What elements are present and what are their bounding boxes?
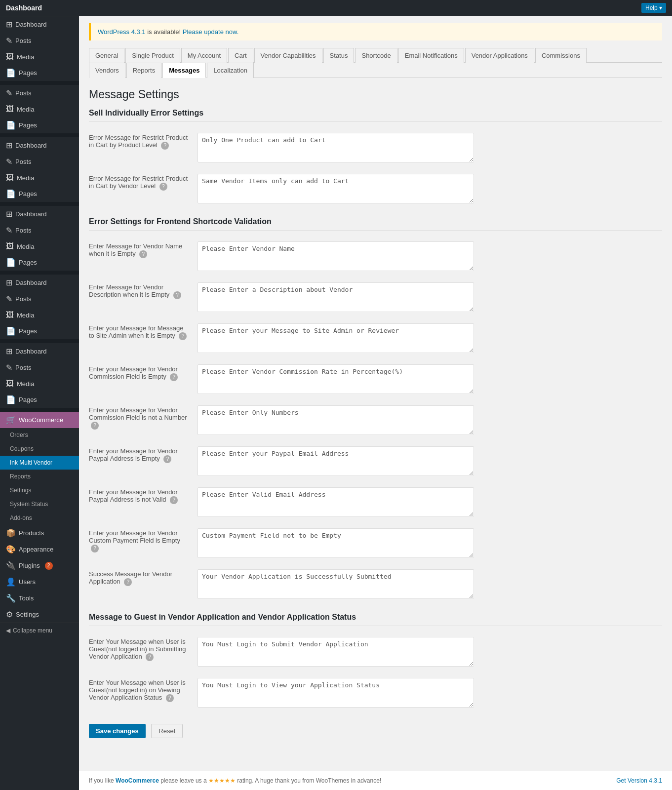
custom-payment-empty-input[interactable]: Custom Payment Field not to be Empty bbox=[198, 528, 474, 558]
tab-single-product[interactable]: Single Product bbox=[125, 48, 180, 63]
users-icon: 👤 bbox=[6, 577, 16, 587]
sidebar-item-system-status[interactable]: System Status bbox=[0, 497, 79, 511]
hint-icon-8[interactable]: ? bbox=[163, 455, 171, 463]
sidebar-item-tools[interactable]: 🔧 Tools bbox=[0, 590, 79, 606]
sidebar-item-media-3[interactable]: 🖼 Media bbox=[0, 170, 79, 186]
sidebar-item-pages-4[interactable]: 📄 Pages bbox=[0, 254, 79, 271]
tab-commissions[interactable]: Commissions bbox=[535, 48, 587, 63]
posts5-icon: ✎ bbox=[6, 294, 12, 304]
field-label-commission-empty: Enter your Message for Vendor Commission… bbox=[89, 359, 198, 400]
sidebar-item-pages-1[interactable]: 📄 Pages bbox=[0, 65, 79, 81]
sidebar-item-dashboard[interactable]: ⊞ Dashboard bbox=[0, 16, 79, 33]
tab-email-notifications[interactable]: Email Notifications bbox=[398, 48, 464, 63]
hint-icon-1[interactable]: ? bbox=[161, 142, 169, 150]
hint-icon-7[interactable]: ? bbox=[91, 422, 99, 430]
success-vendor-application-input[interactable]: Your Vendor Application is Successfully … bbox=[198, 569, 474, 599]
hint-icon-4[interactable]: ? bbox=[173, 291, 181, 299]
guest-view-status-input[interactable]: You Must Login to View your Application … bbox=[198, 678, 474, 708]
field-label-guest-view: Enter Your Message when User is Guest(no… bbox=[89, 673, 198, 714]
sidebar-item-settings[interactable]: ⚙ Settings bbox=[0, 606, 79, 623]
tab-reports[interactable]: Reports bbox=[126, 63, 162, 78]
sidebar-item-posts-6[interactable]: ✎ Posts bbox=[0, 359, 79, 376]
hint-icon-6[interactable]: ? bbox=[170, 373, 178, 381]
sidebar-item-products[interactable]: 📦 Products bbox=[0, 525, 79, 541]
wp-version-link[interactable]: WordPress 4.3.1 bbox=[98, 28, 146, 36]
tab-messages[interactable]: Messages bbox=[162, 63, 206, 78]
restrict-vendor-level-input[interactable]: Same Vendor Items only can add to Cart bbox=[198, 174, 474, 203]
tab-my-account[interactable]: My Account bbox=[181, 48, 227, 63]
sidebar-item-pages-3[interactable]: 📄 Pages bbox=[0, 186, 79, 202]
message-to-admin-input[interactable]: Please Enter your Message to Site Admin … bbox=[198, 323, 474, 353]
commission-field-empty-input[interactable]: Please Enter Vendor Commission Rate in P… bbox=[198, 364, 474, 394]
sidebar-item-dashboard-3[interactable]: ⊞ Dashboard bbox=[0, 206, 79, 222]
dash2-icon: ⊞ bbox=[6, 141, 12, 150]
hint-icon-13[interactable]: ? bbox=[166, 694, 174, 702]
sidebar-item-orders[interactable]: Orders bbox=[0, 428, 79, 442]
media5-icon: 🖼 bbox=[6, 311, 14, 319]
hint-icon-5[interactable]: ? bbox=[179, 332, 187, 340]
tab-vendor-applications[interactable]: Vendor Applications bbox=[465, 48, 534, 63]
plugins-badge: 2 bbox=[45, 562, 53, 570]
sidebar-item-posts-3[interactable]: ✎ Posts bbox=[0, 154, 79, 170]
tab-localization[interactable]: Localization bbox=[207, 63, 254, 78]
field-label-guest-submit: Enter Your Message when User is Guest(no… bbox=[89, 632, 198, 673]
woo-icon: 🛒 bbox=[6, 415, 16, 425]
hint-icon-11[interactable]: ? bbox=[124, 578, 132, 586]
sidebar-item-coupons[interactable]: Coupons bbox=[0, 442, 79, 456]
reset-button[interactable]: Reset bbox=[151, 724, 183, 738]
sidebar-item-woo-settings[interactable]: Settings bbox=[0, 483, 79, 497]
sidebar-item-addons[interactable]: Add-ons bbox=[0, 511, 79, 525]
hint-icon-9[interactable]: ? bbox=[170, 496, 178, 504]
commission-not-number-input[interactable]: Please Enter Only Numbers bbox=[198, 405, 474, 435]
footer-woocommerce-link[interactable]: WooCommerce bbox=[116, 777, 159, 784]
sidebar-item-pages-5[interactable]: 📄 Pages bbox=[0, 323, 79, 339]
sidebar-item-dashboard-4[interactable]: ⊞ Dashboard bbox=[0, 275, 79, 291]
sidebar-item-reports[interactable]: Reports bbox=[0, 470, 79, 483]
hint-icon-3[interactable]: ? bbox=[139, 250, 147, 258]
sidebar-item-pages-6[interactable]: 📄 Pages bbox=[0, 392, 79, 408]
save-changes-button[interactable]: Save changes bbox=[89, 724, 146, 738]
sidebar-item-appearance[interactable]: 🎨 Appearance bbox=[0, 541, 79, 557]
paypal-empty-input[interactable]: Please Enter your Paypal Email Address bbox=[198, 446, 474, 476]
field-cell-message-admin: Please Enter your Message to Site Admin … bbox=[198, 318, 662, 359]
hint-icon-2[interactable]: ? bbox=[159, 183, 167, 191]
tab-shortcode[interactable]: Shortcode bbox=[355, 48, 397, 63]
paypal-not-valid-input[interactable]: Please Enter Valid Email Address bbox=[198, 487, 474, 517]
media4-icon: 🖼 bbox=[6, 242, 14, 251]
help-button[interactable]: Help ▾ bbox=[641, 3, 666, 13]
guest-submit-input[interactable]: You Must Login to Submit Vendor Applicat… bbox=[198, 637, 474, 667]
tab-general[interactable]: General bbox=[89, 48, 124, 63]
sidebar-item-posts-2[interactable]: ✎ Posts bbox=[0, 85, 79, 101]
sidebar-item-ink-multi-vendor[interactable]: Ink Multi Vendor bbox=[0, 456, 79, 470]
vendor-name-empty-input[interactable]: Please Enter Vendor Name bbox=[198, 241, 474, 271]
sidebar-item-pages-2[interactable]: 📄 Pages bbox=[0, 117, 79, 133]
tab-vendor-capabilities[interactable]: Vendor Capabilities bbox=[254, 48, 322, 63]
sidebar-item-media-2[interactable]: 🖼 Media bbox=[0, 101, 79, 117]
field-label-message-admin: Enter your Message for Message to Site A… bbox=[89, 318, 198, 359]
restrict-product-level-input[interactable]: Only One Product can add to Cart bbox=[198, 133, 474, 162]
sidebar-item-posts-5[interactable]: ✎ Posts bbox=[0, 291, 79, 307]
sidebar-item-users[interactable]: 👤 Users bbox=[0, 574, 79, 590]
sidebar-item-media-1[interactable]: 🖼 Media bbox=[0, 49, 79, 65]
tab-cart[interactable]: Cart bbox=[228, 48, 253, 63]
sidebar-item-plugins[interactable]: 🔌 Plugins 2 bbox=[0, 557, 79, 574]
sidebar-item-dashboard-2[interactable]: ⊞ Dashboard bbox=[0, 137, 79, 154]
sidebar-item-media-6[interactable]: 🖼 Media bbox=[0, 376, 79, 392]
sidebar-item-woocommerce[interactable]: 🛒 WooCommerce bbox=[0, 412, 79, 428]
collapse-icon: ◀ bbox=[6, 627, 10, 634]
sidebar-item-dashboard-5[interactable]: ⊞ Dashboard bbox=[0, 343, 79, 359]
sidebar-item-media-5[interactable]: 🖼 Media bbox=[0, 307, 79, 323]
section2-title: Error Settings for Frontend Shortcode Va… bbox=[89, 217, 662, 231]
tab-vendors[interactable]: Vendors bbox=[89, 63, 125, 78]
tab-status[interactable]: Status bbox=[323, 48, 355, 63]
sidebar-item-media-4[interactable]: 🖼 Media bbox=[0, 238, 79, 254]
update-now-link[interactable]: Please update now. bbox=[183, 28, 238, 36]
vendor-desc-empty-input[interactable]: Please Enter a Description about Vendor bbox=[198, 282, 474, 312]
hint-icon-10[interactable]: ? bbox=[91, 545, 99, 553]
hint-icon-12[interactable]: ? bbox=[146, 653, 154, 661]
sidebar-item-posts-4[interactable]: ✎ Posts bbox=[0, 222, 79, 238]
sidebar-item-posts-1[interactable]: ✎ Posts bbox=[0, 33, 79, 49]
footer-version-link[interactable]: Get Version 4.3.1 bbox=[616, 777, 662, 784]
collapse-menu-button[interactable]: ◀ Collapse menu bbox=[0, 623, 79, 638]
pages3-icon: 📄 bbox=[6, 189, 16, 198]
